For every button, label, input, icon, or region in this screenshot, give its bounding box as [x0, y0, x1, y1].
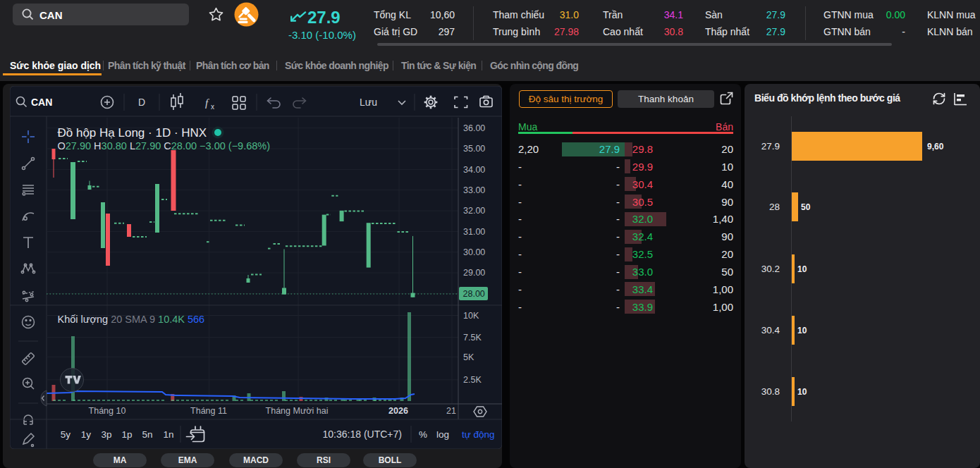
- svg-text:2.5K: 2.5K: [463, 375, 482, 385]
- svg-text:%: %: [419, 429, 427, 440]
- svg-text:34.00: 34.00: [463, 165, 485, 175]
- svg-text:21: 21: [446, 406, 456, 416]
- svg-text:Tháng 10: Tháng 10: [89, 406, 126, 416]
- svg-text:10:36:18 (UTC+7): 10:36:18 (UTC+7): [323, 429, 402, 440]
- svg-text:O27.90 H30.80 L27.90 C28.00 −3: O27.90 H30.80 L27.90 C28.00 −3.00 (−9.68…: [58, 140, 271, 152]
- svg-text:29.00: 29.00: [463, 268, 485, 278]
- svg-text:x: x: [211, 103, 214, 111]
- svg-text:1n: 1n: [163, 429, 173, 440]
- svg-text:3p: 3p: [101, 429, 111, 440]
- svg-text:D: D: [138, 97, 145, 108]
- svg-text:31.00: 31.00: [463, 227, 485, 237]
- svg-text:5y: 5y: [61, 429, 71, 440]
- svg-text:log: log: [436, 429, 449, 440]
- svg-text:1y: 1y: [81, 429, 92, 440]
- svg-text:CAN: CAN: [31, 97, 52, 108]
- svg-text:1p: 1p: [121, 429, 132, 440]
- svg-text:Lưu: Lưu: [360, 97, 377, 108]
- svg-text:Tháng Mười hai: Tháng Mười hai: [266, 406, 329, 416]
- svg-text:30.00: 30.00: [463, 247, 485, 257]
- svg-text:28.00: 28.00: [463, 289, 485, 299]
- svg-text:10K: 10K: [463, 311, 479, 321]
- svg-text:7.5K: 7.5K: [463, 333, 482, 343]
- svg-text:5K: 5K: [463, 352, 474, 362]
- svg-text:Tháng 11: Tháng 11: [190, 406, 227, 416]
- svg-text:tự động: tự động: [462, 429, 495, 440]
- svg-text:35.00: 35.00: [463, 144, 485, 154]
- svg-text:Đồ hộp Hạ Long · 1D · HNX: Đồ hộp Hạ Long · 1D · HNX: [58, 126, 207, 140]
- svg-text:2026: 2026: [388, 406, 408, 416]
- svg-text:Khối lượng 20 SMA 9 10.4K 56: Khối lượng 20 SMA 9 10.4K 566: [58, 314, 205, 325]
- svg-text:33.00: 33.00: [463, 185, 485, 195]
- svg-text:32.00: 32.00: [463, 206, 485, 216]
- svg-text:36.00: 36.00: [463, 123, 485, 133]
- svg-text:5n: 5n: [142, 429, 152, 440]
